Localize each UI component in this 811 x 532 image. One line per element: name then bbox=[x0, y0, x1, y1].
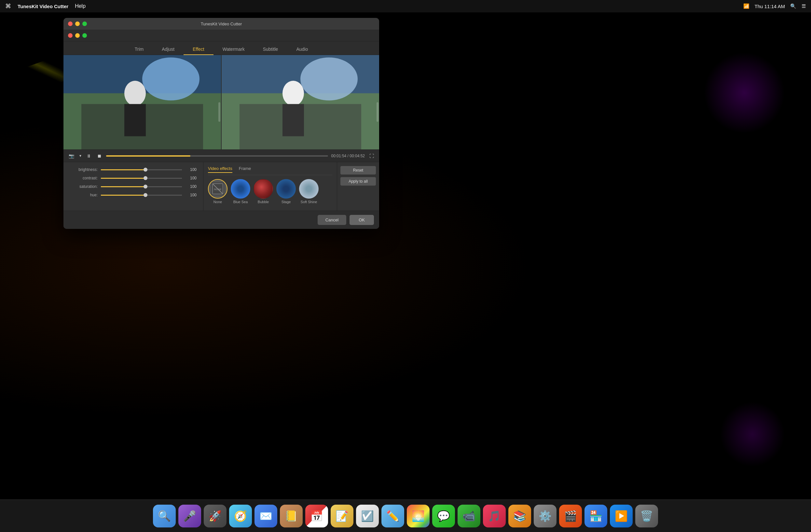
saturation-slider[interactable] bbox=[101, 186, 182, 187]
menubar-control-center-icon[interactable]: ☰ bbox=[801, 3, 806, 9]
tab-audio[interactable]: Audio bbox=[287, 44, 317, 55]
effect-none[interactable]: NONE None bbox=[208, 179, 228, 204]
playback-controls: 📷 ▼ ⏸ ⏹ 00:01:54 / 00:04:52 ⛶ bbox=[63, 149, 379, 162]
tab-subtitle[interactable]: Subtitle bbox=[254, 44, 287, 55]
dock-icon-trash[interactable]: 🗑️ bbox=[635, 505, 658, 528]
tab-frame[interactable]: Frame bbox=[239, 166, 251, 173]
pause-button[interactable]: ⏸ bbox=[85, 153, 92, 159]
hue-label: hue: bbox=[70, 193, 98, 197]
dock-icon-photos[interactable]: 🌅 bbox=[407, 505, 430, 528]
brightness-row: brightness: 100 bbox=[70, 167, 197, 172]
scrollbar-left[interactable] bbox=[218, 102, 220, 122]
dock-icon-finder[interactable]: 🔍 bbox=[153, 505, 176, 528]
hue-slider[interactable] bbox=[101, 195, 182, 196]
tab-video-effects[interactable]: Video effects bbox=[208, 166, 232, 173]
dock-icon-app-store[interactable]: 🏪 bbox=[584, 505, 607, 528]
window-minimize-button[interactable] bbox=[75, 21, 80, 26]
inner-minimize-button[interactable] bbox=[75, 33, 80, 38]
menubar-wifi-icon[interactable]: 📶 bbox=[743, 3, 749, 9]
effect-stage-thumb[interactable] bbox=[276, 179, 296, 199]
saturation-thumb[interactable] bbox=[143, 185, 148, 188]
menubar-app-name[interactable]: TunesKit Video Cutter bbox=[18, 4, 68, 9]
preview-area bbox=[63, 55, 379, 149]
window-titlebar: TunesKit Video Cutter bbox=[63, 18, 379, 30]
scrollbar-right[interactable] bbox=[377, 102, 379, 122]
video-frame-preview bbox=[221, 55, 379, 149]
contrast-slider[interactable] bbox=[101, 178, 182, 179]
cancel-button[interactable]: Cancel bbox=[318, 215, 346, 225]
effect-soft-shine-thumb[interactable] bbox=[299, 179, 319, 199]
dock-icon-tuneskit[interactable]: 🎬 bbox=[559, 505, 582, 528]
main-window: TunesKit Video Cutter Trim Adjust Effect… bbox=[63, 18, 379, 229]
brightness-fill bbox=[101, 169, 146, 170]
stop-button[interactable]: ⏹ bbox=[96, 153, 103, 159]
saturation-row: saturation: 100 bbox=[70, 184, 197, 189]
effect-none-label: None bbox=[214, 200, 222, 204]
effect-blue-sea[interactable]: Blue Sea bbox=[231, 179, 250, 204]
contrast-value: 100 bbox=[185, 176, 197, 180]
effect-blue-sea-label: Blue Sea bbox=[233, 200, 248, 204]
dock-icon-messages[interactable]: 💬 bbox=[432, 505, 455, 528]
screenshot-button[interactable]: 📷 bbox=[67, 153, 76, 159]
menubar: ⌘ TunesKit Video Cutter Help 📶 Thu 11:14… bbox=[0, 0, 811, 12]
menubar-search-icon[interactable]: 🔍 bbox=[790, 3, 796, 9]
sliders-panel: brightness: 100 contrast: 100 bbox=[63, 162, 203, 211]
effects-panel: Video effects Frame NONE bbox=[203, 162, 337, 211]
dock-icon-reminders[interactable]: ☑️ bbox=[356, 505, 379, 528]
dock-icon-music[interactable]: 🎵 bbox=[483, 505, 506, 528]
tab-trim[interactable]: Trim bbox=[126, 44, 153, 55]
dock-icon-siri[interactable]: 🎤 bbox=[178, 505, 201, 528]
brightness-thumb[interactable] bbox=[143, 168, 148, 171]
dock-icon-freeform[interactable]: ✏️ bbox=[381, 505, 404, 528]
inner-close-button[interactable] bbox=[68, 33, 73, 38]
dock-icon-mail[interactable]: ✉️ bbox=[255, 505, 277, 528]
progress-bar[interactable] bbox=[106, 155, 328, 157]
dock-icon-books[interactable]: 📚 bbox=[508, 505, 531, 528]
svg-point-2 bbox=[142, 58, 199, 101]
effect-bubble[interactable]: Bubble bbox=[254, 179, 273, 204]
bottom-buttons: Cancel OK bbox=[63, 211, 379, 229]
effect-soft-shine[interactable]: Soft Shine bbox=[299, 179, 319, 204]
contrast-thumb[interactable] bbox=[143, 176, 148, 180]
dock-icon-safari[interactable]: 🧭 bbox=[229, 505, 252, 528]
effect-bubble-label: Bubble bbox=[258, 200, 269, 204]
ok-button[interactable]: OK bbox=[350, 215, 374, 225]
menubar-help[interactable]: Help bbox=[75, 3, 86, 9]
effects-tab-bar: Video effects Frame bbox=[208, 166, 332, 175]
dock-icon-calendar[interactable]: 📅 bbox=[305, 505, 328, 528]
controls-area: brightness: 100 contrast: 100 bbox=[63, 162, 379, 211]
window-close-button[interactable] bbox=[68, 21, 73, 26]
effect-blue-sea-thumb[interactable] bbox=[231, 179, 250, 199]
hue-row: hue: 100 bbox=[70, 193, 197, 197]
brightness-value: 100 bbox=[185, 167, 197, 172]
tab-adjust[interactable]: Adjust bbox=[153, 44, 184, 55]
tab-watermark[interactable]: Watermark bbox=[214, 44, 254, 55]
hue-thumb[interactable] bbox=[143, 193, 148, 197]
svg-rect-11 bbox=[282, 104, 304, 136]
brightness-slider[interactable] bbox=[101, 169, 182, 170]
dock-icon-contacts[interactable]: 📒 bbox=[280, 505, 303, 528]
effect-bubble-thumb[interactable] bbox=[254, 179, 273, 199]
fullscreen-button[interactable]: ⛶ bbox=[368, 153, 375, 159]
dock-icon-facetime[interactable]: 📹 bbox=[458, 505, 480, 528]
inner-traffic-lights bbox=[68, 33, 87, 38]
menubar-left: ⌘ TunesKit Video Cutter Help bbox=[5, 3, 86, 10]
dock-icon-notes[interactable]: 📝 bbox=[331, 505, 353, 528]
window-maximize-button[interactable] bbox=[82, 21, 87, 26]
dock-icon-quicktime[interactable]: ▶️ bbox=[610, 505, 633, 528]
reset-button[interactable]: Reset bbox=[340, 166, 376, 174]
screenshot-dropdown-arrow[interactable]: ▼ bbox=[79, 154, 82, 157]
inner-maximize-button[interactable] bbox=[82, 33, 87, 38]
apple-menu-icon[interactable]: ⌘ bbox=[5, 3, 11, 10]
actions-panel: Reset Apply to all bbox=[337, 162, 379, 211]
effect-none-thumb[interactable]: NONE bbox=[208, 179, 228, 199]
brightness-label: brightness: bbox=[70, 167, 98, 172]
tab-effect[interactable]: Effect bbox=[184, 44, 214, 55]
apply-to-all-button[interactable]: Apply to all bbox=[340, 177, 376, 186]
tab-bar: Trim Adjust Effect Watermark Subtitle Au… bbox=[63, 41, 379, 55]
decorative-spark-right2 bbox=[720, 402, 785, 467]
dock-icon-launchpad[interactable]: 🚀 bbox=[204, 505, 227, 528]
menubar-time: Thu 11:14 AM bbox=[755, 4, 785, 9]
dock-icon-system-settings[interactable]: ⚙️ bbox=[534, 505, 556, 528]
effect-stage[interactable]: Stage bbox=[276, 179, 296, 204]
